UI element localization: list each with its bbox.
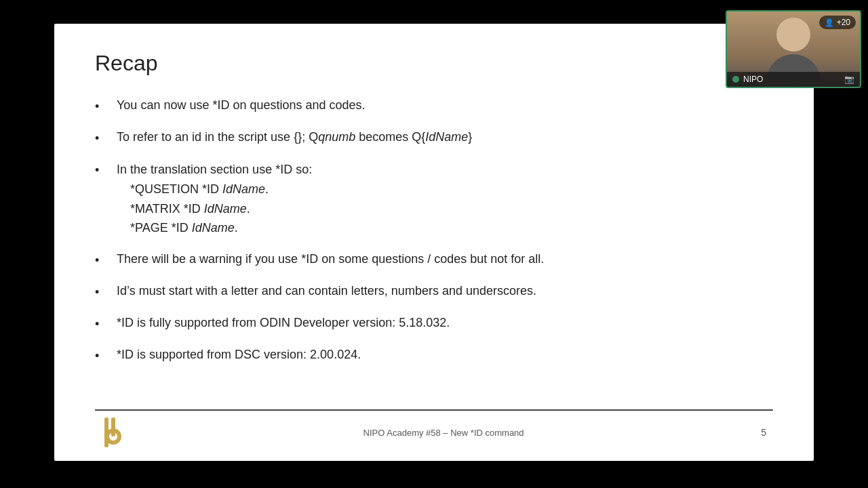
camera-icon: 📷: [844, 75, 854, 84]
bullet-dot: •: [95, 161, 108, 180]
list-item: • *ID is fully supported from ODIN Devel…: [95, 314, 773, 333]
participant-count-text: +20: [837, 18, 850, 27]
person-icon: 👤: [825, 18, 834, 27]
bullet-text: In the translation section use *ID so: *…: [117, 160, 773, 238]
footer-page-number: 5: [761, 427, 766, 438]
slide-footer: NIPO Academy #58 – New *ID command 5: [95, 409, 773, 447]
bullet-dot: •: [95, 347, 108, 365]
slide-title: Recap: [95, 51, 773, 76]
list-item: • You can now use *ID on questions and c…: [95, 96, 773, 116]
svg-rect-1: [111, 418, 115, 436]
list-item: • In the translation section use *ID so:…: [95, 160, 773, 238]
logo-area: [102, 418, 126, 447]
sub-lines: *QUSETION *ID IdName. *MATRIX *ID IdName…: [117, 180, 773, 238]
bullet-text: *ID is fully supported from ODIN Develop…: [117, 314, 773, 332]
person-head: [776, 18, 810, 52]
bullet-dot: •: [95, 315, 108, 333]
list-item: • To refer to an id in the script use {}…: [95, 128, 773, 148]
list-item: • There will be a warning if you use *ID…: [95, 250, 773, 270]
bullet-dot: •: [95, 129, 108, 148]
list-item: • *ID is supported from DSC version: 2.0…: [95, 346, 773, 365]
video-bottom-bar: NIPO 📷: [727, 72, 860, 87]
video-overlay: 👤 +20 NIPO 📷: [726, 10, 861, 88]
bullet-dot: •: [95, 251, 108, 270]
bullet-text: To refer to an id in the script use {}; …: [117, 128, 773, 146]
sub-line: *PAGE *ID IdName.: [117, 218, 773, 238]
participant-count: 👤 +20: [819, 16, 856, 29]
sub-line: *QUSETION *ID IdName.: [117, 180, 773, 199]
sub-line: *MATRIX *ID IdName.: [117, 199, 773, 219]
bullet-text: Id’s must start with a letter and can co…: [117, 282, 773, 300]
bullet-dot: •: [95, 283, 108, 302]
slide-container: Recap • You can now use *ID on questions…: [54, 24, 814, 461]
mic-icon: [732, 76, 739, 83]
nipo-logo-icon: [102, 418, 126, 447]
bullet-dot: •: [95, 98, 108, 116]
bullet-list: • You can now use *ID on questions and c…: [95, 96, 773, 409]
speaker-name-text: NIPO: [743, 75, 763, 84]
list-item: • Id’s must start with a letter and can …: [95, 282, 773, 302]
slide-content: Recap • You can now use *ID on questions…: [54, 24, 814, 461]
bullet-text: *ID is supported from DSC version: 2.00.…: [117, 346, 773, 364]
bullet-text: There will be a warning if you use *ID o…: [117, 250, 773, 268]
bullet-text: You can now use *ID on questions and cod…: [117, 96, 773, 115]
footer-center-text: NIPO Academy #58 – New *ID command: [363, 428, 524, 438]
